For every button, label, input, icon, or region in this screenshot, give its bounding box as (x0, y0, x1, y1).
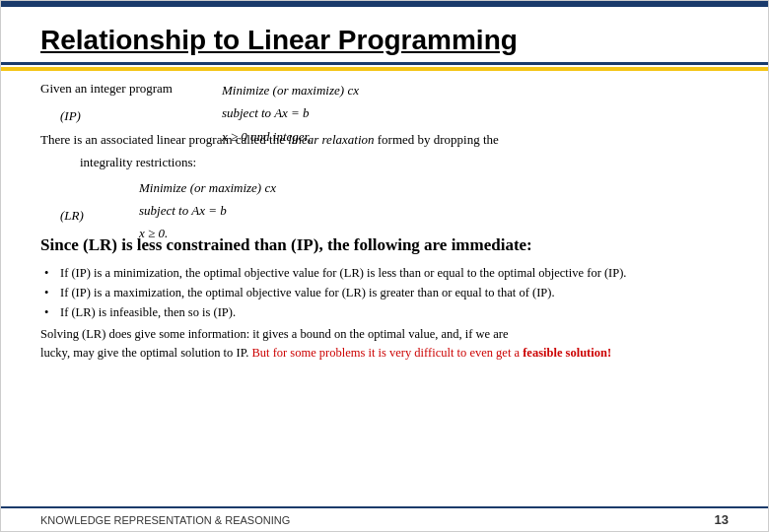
slide: Relationship to Linear Programming Given… (0, 0, 769, 532)
slide-content: Given an integer program Minimize (or ma… (1, 71, 768, 370)
ip-formula-line1: Minimize (or maximize) cx (222, 79, 359, 101)
integrality-text: integrality restrictions: (40, 153, 729, 172)
ip-label: (IP) (40, 95, 81, 123)
there-is-text2: formed by dropping the (375, 132, 499, 147)
ip-formula-line2: subject to Ax = b (222, 101, 359, 124)
page-number: 13 (715, 512, 729, 527)
footer-label: KNOWLEDGE REPRESENTATION & REASONING (40, 514, 290, 526)
since-line: Since (LR) is less constrained than (IP)… (40, 233, 729, 258)
solving-text2: lucky, may give the optimal solution to … (40, 346, 251, 360)
title-section: Relationship to Linear Programming (1, 7, 768, 65)
lr-formula-line1: Minimize (or maximize) cx (139, 176, 276, 199)
solving-text1: Solving (LR) does give some information:… (40, 327, 509, 341)
bullet-list: If (IP) is a minimization, the optimal o… (40, 264, 729, 321)
there-is-text: There is an associated linear program ca… (40, 130, 729, 150)
there-is-text1: There is an associated linear program ca… (40, 132, 288, 147)
solving-red: But for some problems it is very difficu… (251, 346, 523, 360)
footer: KNOWLEDGE REPRESENTATION & REASONING 13 (1, 506, 768, 531)
lr-label: (LR) (40, 194, 84, 223)
solving-bold-red: feasible solution! (523, 346, 611, 360)
solving-text: Solving (LR) does give some information:… (40, 325, 729, 363)
there-is-italic: linear relaxation (288, 132, 374, 147)
slide-title: Relationship to Linear Programming (40, 25, 518, 55)
lr-formula-line2: subject to Ax = b (139, 199, 276, 222)
bullet-item-2: If (IP) is a maximization, the optimal o… (40, 284, 729, 301)
bullet-item-1: If (IP) is a minimization, the optimal o… (40, 264, 729, 282)
ip-label-row: (IP) (40, 106, 729, 126)
bullet-item-3: If (LR) is infeasible, then so is (IP). (40, 303, 729, 321)
